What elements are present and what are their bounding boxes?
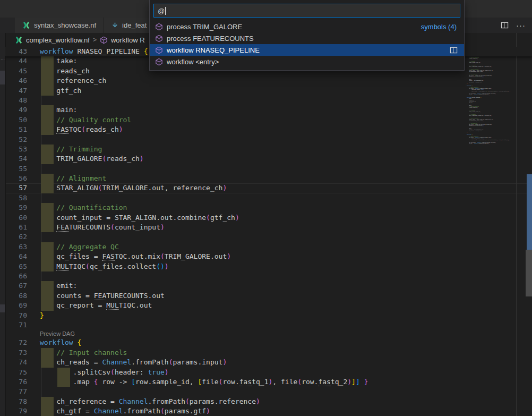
- code-line-71[interactable]: 71: [5, 320, 532, 330]
- line-number[interactable]: 76: [5, 377, 35, 387]
- line-number[interactable]: 77: [5, 387, 35, 396]
- code-line-60[interactable]: 60 count_input = STAR_ALIGN.out.combine(…: [5, 213, 532, 223]
- code-line-55[interactable]: 55: [5, 164, 532, 174]
- line-number[interactable]: 57: [5, 183, 35, 193]
- code-line-73[interactable]: 73 // Input channels: [5, 348, 532, 358]
- code-editor[interactable]: 43workflow RNASEQ_PIPELINE { 44 take:45 …: [5, 47, 532, 416]
- open-to-side-button[interactable]: [450, 46, 459, 54]
- line-number[interactable]: 52: [5, 135, 35, 145]
- line-number[interactable]: 53: [5, 145, 35, 154]
- line-number[interactable]: 71: [5, 320, 35, 330]
- tab-ide_feat[interactable]: ide_feat: [104, 18, 155, 33]
- symbols-count-badge: symbols (4): [421, 23, 459, 31]
- code-line-53[interactable]: 53 // Trimming: [5, 145, 532, 154]
- quick-open-item-4[interactable]: workflow <entry>: [150, 56, 464, 67]
- scrollbar-slider-gray[interactable]: [526, 250, 532, 296]
- line-number[interactable]: 43: [5, 47, 35, 56]
- breadcrumb-symbol[interactable]: workflow R: [111, 36, 145, 44]
- line-number[interactable]: 60: [5, 213, 35, 223]
- code-line-62[interactable]: 62: [5, 232, 532, 242]
- line-number[interactable]: 50: [5, 115, 35, 125]
- code-line-78[interactable]: 78 ch_reference = Channel.fromPath(param…: [5, 397, 532, 406]
- line-number[interactable]: 47: [5, 86, 35, 96]
- code-line-59[interactable]: 59 // Quantification: [5, 203, 532, 213]
- line-number[interactable]: 51: [5, 125, 35, 134]
- token: ): [140, 155, 144, 163]
- code-line-69[interactable]: 69 qc_report = MULTIQC.out: [5, 301, 532, 310]
- scrollbar-slider-blue[interactable]: [527, 174, 532, 250]
- code-line-52[interactable]: 52: [5, 135, 532, 145]
- code-line-56[interactable]: 56 // Alignment: [5, 174, 532, 183]
- code-line-58[interactable]: 58: [5, 193, 532, 203]
- line-number[interactable]: 63: [5, 242, 35, 252]
- tab-bar-spacer: [0, 18, 15, 33]
- code-line-66[interactable]: 66: [5, 271, 532, 281]
- quick-open-item-1[interactable]: process TRIM_GALOREsymbols (4): [150, 21, 464, 32]
- code-line-77[interactable]: 77: [5, 387, 532, 396]
- line-number[interactable]: 73: [5, 348, 35, 358]
- line-number[interactable]: 56: [5, 174, 35, 183]
- symbol-module-icon: [155, 23, 163, 31]
- token: [40, 203, 56, 211]
- code-line-47[interactable]: 47 gtf_ch: [5, 86, 532, 96]
- line-number[interactable]: 64: [5, 252, 35, 261]
- line-number[interactable]: 65: [5, 262, 35, 271]
- minimap[interactable]: workflow RNASEQ_PIPELINE { take: reads_c…: [466, 48, 517, 151]
- token: Channel: [474, 95, 478, 96]
- quick-open-input[interactable]: @: [153, 4, 460, 18]
- code-line-70[interactable]: 70}: [5, 311, 532, 320]
- line-number[interactable]: 75: [5, 368, 35, 377]
- line-number[interactable]: 67: [5, 281, 35, 291]
- code-line-57[interactable]: 57 STAR_ALIGN(TRIM_GALORE.out, reference…: [5, 183, 532, 193]
- line-number[interactable]: 74: [5, 358, 35, 367]
- line-number[interactable]: 70: [5, 311, 35, 320]
- line-number[interactable]: 49: [5, 105, 35, 115]
- line-number[interactable]: 69: [5, 301, 35, 310]
- code-line-49[interactable]: 49 main:: [5, 105, 532, 115]
- more-actions-button[interactable]: ···: [516, 23, 526, 28]
- split-editor-button[interactable]: [501, 21, 509, 29]
- line-number[interactable]: 45: [5, 66, 35, 76]
- token: // Quantification: [56, 203, 127, 211]
- code-line-68[interactable]: 68 counts = FEATURECOUNTS.out: [5, 291, 532, 301]
- tab-syntax_showcase.nf[interactable]: syntax_showcase.nf: [15, 18, 104, 33]
- token: (: [185, 397, 190, 405]
- code-line-67[interactable]: 67 emit:: [5, 281, 532, 291]
- line-number[interactable]: 55: [5, 164, 35, 174]
- line-number[interactable]: 66: [5, 271, 35, 281]
- line-number[interactable]: 46: [5, 76, 35, 86]
- line-number[interactable]: 62: [5, 232, 35, 242]
- line-number[interactable]: 54: [5, 154, 35, 164]
- code-line-61[interactable]: 61 FEATURECOUNTS(count_input): [5, 223, 532, 232]
- code-line-79[interactable]: 79 ch_gtf = Channel.fromPath(params.gtf): [5, 406, 532, 416]
- code-line-63[interactable]: 63 // Aggregate QC: [5, 242, 532, 252]
- quick-open-item-2[interactable]: process FEATURECOUNTS: [150, 32, 464, 44]
- code-line-54[interactable]: 54 TRIM_GALORE(reads_ch): [5, 154, 532, 164]
- code-line-46[interactable]: 46 reference_ch: [5, 76, 532, 86]
- token: [40, 174, 56, 182]
- line-number[interactable]: 44: [5, 56, 35, 66]
- token: TRIM_GALORE: [467, 111, 475, 112]
- code-line-65[interactable]: 65 MULTIQC(qc_files.collect()): [5, 262, 532, 271]
- code-line-64[interactable]: 64 qc_files = FASTQC.out.mix(TRIM_GALORE…: [5, 252, 532, 261]
- quick-open-item-3[interactable]: workflow RNASEQ_PIPELINE: [150, 44, 464, 56]
- code-line-76[interactable]: 76 .map { row -> [row.sample_id, [file(r…: [5, 377, 532, 387]
- code-line-74[interactable]: 74 ch_reads = Channel.fromPath(params.in…: [5, 358, 532, 367]
- line-number[interactable]: 59: [5, 203, 35, 213]
- code-line-48[interactable]: 48: [5, 96, 532, 105]
- token: ): [256, 397, 260, 405]
- breadcrumb-file[interactable]: complex_workflow.nf: [26, 36, 90, 44]
- line-number[interactable]: 48: [5, 96, 35, 105]
- line-number[interactable]: 58: [5, 193, 35, 203]
- line-number[interactable]: 61: [5, 223, 35, 232]
- line-number[interactable]: 78: [5, 397, 35, 406]
- codelens-preview-dag[interactable]: Preview DAG: [40, 330, 532, 338]
- line-number[interactable]: 79: [5, 406, 35, 416]
- line-number[interactable]: 72: [5, 338, 35, 347]
- line-number[interactable]: 68: [5, 291, 35, 301]
- code-line-51[interactable]: 51 FASTQC(reads_ch): [5, 125, 532, 134]
- code-line-50[interactable]: 50 // Quality control: [5, 115, 532, 125]
- code-line-72[interactable]: 72workflow {: [5, 338, 532, 347]
- code-line-75[interactable]: 75 .splitCsv(header: true): [5, 368, 532, 377]
- token: ): [489, 95, 490, 96]
